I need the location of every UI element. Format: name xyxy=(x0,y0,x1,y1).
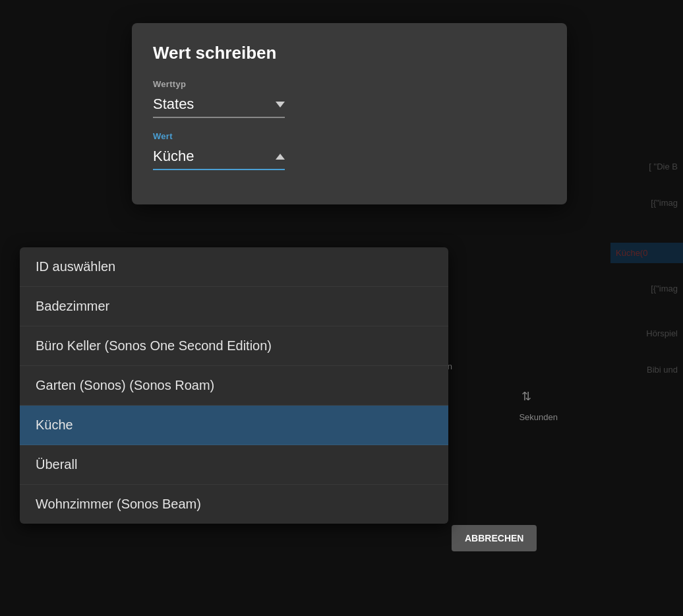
wert-dropdown: ID auswählen Badezimmer Büro Keller (Son… xyxy=(20,247,448,524)
write-value-dialog: Wert schreiben Werttyp States Wert Küche xyxy=(132,23,567,204)
werttyp-chevron-down-icon xyxy=(276,102,285,108)
cancel-button[interactable]: ABBRECHEN xyxy=(452,525,537,551)
dropdown-item-buero-keller[interactable]: Büro Keller (Sonos One Second Edition) xyxy=(20,326,448,366)
wert-chevron-up-icon xyxy=(276,154,285,160)
spinner-icon[interactable]: ⇅ xyxy=(521,389,531,404)
dropdown-item-garten[interactable]: Garten (Sonos) (Sonos Roam) xyxy=(20,366,448,406)
dropdown-item-wohnzimmer[interactable]: Wohnzimmer (Sonos Beam) xyxy=(20,485,448,524)
wert-value: Küche xyxy=(153,148,194,165)
dropdown-item-ueberall[interactable]: Überall xyxy=(20,445,448,485)
werttyp-select[interactable]: States xyxy=(153,93,285,118)
werttyp-label: Werttyp xyxy=(153,79,546,89)
seconds-label: Sekunden xyxy=(519,412,558,422)
dropdown-item-kueche[interactable]: Küche xyxy=(20,406,448,445)
dropdown-item-badezimmer[interactable]: Badezimmer xyxy=(20,287,448,326)
dropdown-item-id-auswaehlen[interactable]: ID auswählen xyxy=(20,247,448,287)
wert-label: Wert xyxy=(153,131,546,141)
wert-select[interactable]: Küche xyxy=(153,145,285,170)
dialog-title: Wert schreiben xyxy=(153,43,546,63)
werttyp-value: States xyxy=(153,96,194,113)
